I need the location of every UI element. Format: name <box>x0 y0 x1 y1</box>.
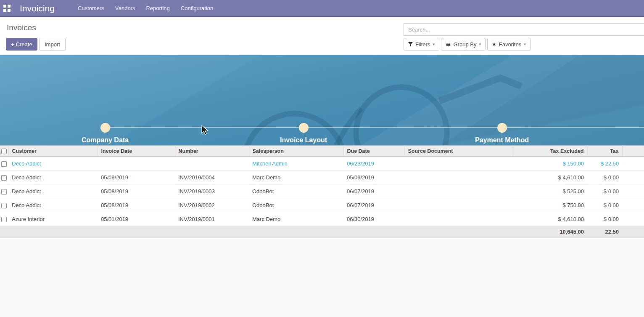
table-row[interactable]: Deco Addict 05/09/2019 INV/2019/0004 Mar… <box>0 170 644 184</box>
cell-spacer <box>622 170 644 184</box>
menu-vendors[interactable]: Vendors <box>110 5 141 11</box>
search-options-bar: Filters ▾ ≡ Group By ▾ ★ Favorites ▾ <box>404 38 531 51</box>
table-row[interactable]: Deco Addict Mitchell Admin 06/23/2019 $ … <box>0 157 644 170</box>
cell-tax-excluded: $ 525.00 <box>513 184 587 198</box>
menu-configuration[interactable]: Configuration <box>175 5 219 11</box>
select-all-checkbox[interactable] <box>1 149 7 154</box>
plus-icon: + <box>11 41 14 48</box>
cell-number: INV/2019/0004 <box>175 170 249 184</box>
onboarding-progress-line <box>105 127 644 128</box>
cell-due-date: 06/07/2019 <box>343 198 404 212</box>
cell-customer: Deco Addict <box>8 198 98 212</box>
cell-number: INV/2019/0002 <box>175 198 249 212</box>
total-tax: 22.50 <box>587 226 622 238</box>
cell-tax-excluded: $ 4,610.00 <box>513 212 587 226</box>
cell-source-document <box>404 184 513 198</box>
app-brand-title[interactable]: Invoicing <box>20 3 55 13</box>
table-row[interactable]: Azure Interior 05/01/2019 INV/2019/0001 … <box>0 212 644 226</box>
step-dot-payment-method <box>497 123 507 133</box>
control-panel: Invoices +Create Import Filters ▾ ≡ Grou… <box>0 17 644 55</box>
cell-tax-excluded: $ 4,610.00 <box>513 170 587 184</box>
cell-customer: Deco Addict <box>8 170 98 184</box>
column-header-tax-excluded[interactable]: Tax Excluded <box>513 146 587 157</box>
cell-source-document <box>404 198 513 212</box>
row-checkbox[interactable] <box>1 203 7 208</box>
cell-customer: Azure Interior <box>8 212 98 226</box>
create-button[interactable]: +Create <box>6 38 37 51</box>
column-header-number[interactable]: Number <box>175 146 249 157</box>
chevron-down-icon: ▾ <box>524 42 526 46</box>
cell-invoice-date: 05/08/2019 <box>98 184 175 198</box>
cell-invoice-date: 05/01/2019 <box>98 212 175 226</box>
cell-tax: $ 0.00 <box>587 212 622 226</box>
import-button[interactable]: Import <box>39 38 66 51</box>
row-checkbox[interactable] <box>1 161 7 167</box>
cell-number: INV/2019/0003 <box>175 184 249 198</box>
cell-number <box>175 157 249 170</box>
apps-menu-icon[interactable] <box>3 5 11 12</box>
cell-salesperson: Mitchell Admin <box>249 157 343 170</box>
invoice-list: Customer Invoice Date Number Salesperson… <box>0 145 644 238</box>
page-title: Invoices <box>7 23 36 32</box>
cell-customer: Deco Addict <box>8 157 98 170</box>
top-navbar: Invoicing Customers Vendors Reporting Co… <box>0 0 644 17</box>
cell-salesperson: Marc Demo <box>249 212 343 226</box>
filter-funnel-icon <box>408 42 413 47</box>
group-by-button-label: Group By <box>454 41 477 48</box>
cell-spacer <box>622 157 644 170</box>
banner-background-decor <box>0 55 644 145</box>
cell-spacer <box>622 198 644 212</box>
group-by-button[interactable]: ≡ Group By ▾ <box>441 38 486 51</box>
total-tax-excluded: 10,645.00 <box>513 226 587 238</box>
row-checkbox[interactable] <box>1 175 7 181</box>
favorites-button[interactable]: ★ Favorites ▾ <box>487 38 531 51</box>
column-header-tax[interactable]: Tax <box>587 146 622 157</box>
cell-tax: $ 22.50 <box>587 157 622 170</box>
column-header-spacer <box>622 146 644 157</box>
step-dot-company-data <box>100 123 110 133</box>
import-button-label: Import <box>45 41 60 48</box>
filters-button[interactable]: Filters ▾ <box>404 38 439 51</box>
table-totals-row: 10,645.00 22.50 <box>0 226 644 238</box>
table-header-row: Customer Invoice Date Number Salesperson… <box>0 146 644 157</box>
cell-invoice-date <box>98 157 175 170</box>
cell-salesperson: OdooBot <box>249 198 343 212</box>
row-checkbox[interactable] <box>1 217 7 222</box>
menu-reporting[interactable]: Reporting <box>140 5 175 11</box>
cell-salesperson: OdooBot <box>249 184 343 198</box>
cell-customer: Deco Addict <box>8 184 98 198</box>
cell-due-date: 06/23/2019 <box>343 157 404 170</box>
table-row[interactable]: Deco Addict 05/08/2019 INV/2019/0002 Odo… <box>0 198 644 212</box>
cell-due-date: 06/30/2019 <box>343 212 404 226</box>
column-header-due-date[interactable]: Due Date <box>343 146 404 157</box>
onboarding-step-company-data: Company Data Set your company's data for… <box>6 136 204 145</box>
cell-due-date: 05/09/2019 <box>343 170 404 184</box>
search-input[interactable] <box>404 23 644 36</box>
favorites-button-label: Favorites <box>499 41 521 48</box>
invoice-table: Customer Invoice Date Number Salesperson… <box>0 145 644 238</box>
chevron-down-icon: ▾ <box>479 42 481 46</box>
column-header-customer[interactable]: Customer <box>8 146 98 157</box>
cell-tax: $ 0.00 <box>587 170 622 184</box>
cell-spacer <box>622 184 644 198</box>
menu-customers[interactable]: Customers <box>72 5 110 11</box>
step-title: Company Data <box>6 136 204 144</box>
step-title: Payment Method <box>403 136 601 144</box>
onboarding-banner: Company Data Set your company's data for… <box>0 55 644 145</box>
cell-source-document <box>404 212 513 226</box>
cell-tax: $ 0.00 <box>587 184 622 198</box>
filters-button-label: Filters <box>415 41 430 48</box>
chevron-down-icon: ▾ <box>433 42 435 46</box>
cell-due-date: 06/07/2019 <box>343 184 404 198</box>
cell-spacer <box>622 212 644 226</box>
row-checkbox[interactable] <box>1 189 7 194</box>
cell-salesperson: Marc Demo <box>249 170 343 184</box>
star-icon: ★ <box>492 41 496 47</box>
column-header-source-document[interactable]: Source Document <box>404 146 513 157</box>
onboarding-step-invoice-layout: Invoice Layout Customize the look of you… <box>204 136 403 145</box>
column-header-invoice-date[interactable]: Invoice Date <box>98 146 175 157</box>
cell-invoice-date: 05/08/2019 <box>98 198 175 212</box>
table-row[interactable]: Deco Addict 05/08/2019 INV/2019/0003 Odo… <box>0 184 644 198</box>
column-header-salesperson[interactable]: Salesperson <box>249 146 343 157</box>
create-button-label: Create <box>16 41 32 48</box>
